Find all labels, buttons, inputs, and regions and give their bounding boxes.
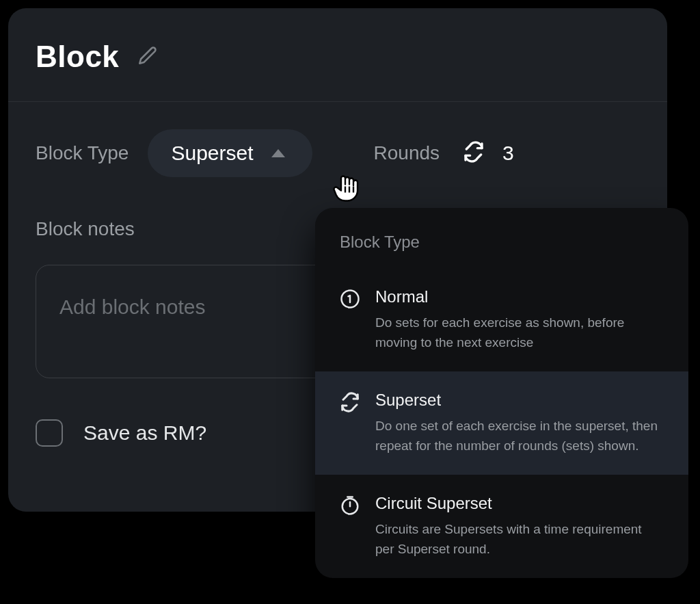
caret-up-icon <box>271 149 285 157</box>
block-type-value: Superset <box>171 142 253 165</box>
rounds-value[interactable]: 3 <box>502 142 514 165</box>
block-type-label: Block Type <box>36 142 129 164</box>
option-normal[interactable]: Normal Do sets for each exercise as show… <box>315 268 688 371</box>
option-title: Circuit Superset <box>375 494 664 513</box>
block-type-popover: Block Type Normal Do sets for each exerc… <box>315 208 688 578</box>
option-desc: Circuits are Supersets with a time requi… <box>375 520 664 559</box>
block-type-select[interactable]: Superset <box>148 129 312 177</box>
option-circuit-superset[interactable]: Circuit Superset Circuits are Supersets … <box>315 475 688 578</box>
option-superset[interactable]: Superset Do one set of each exercise in … <box>315 371 688 475</box>
timer-icon <box>340 495 360 518</box>
option-title: Normal <box>375 287 664 306</box>
pencil-icon[interactable] <box>138 46 157 68</box>
popover-header: Block Type <box>315 208 688 268</box>
rounds-label: Rounds <box>374 142 440 164</box>
repeat-icon <box>340 392 360 415</box>
block-title: Block <box>36 40 119 74</box>
block-type-row: Block Type Superset Rounds 3 <box>8 102 667 177</box>
option-title: Superset <box>375 391 664 410</box>
card-header: Block <box>8 8 667 102</box>
number-one-icon <box>340 289 360 312</box>
repeat-icon[interactable] <box>463 141 485 166</box>
save-label: Save as RM? <box>83 421 206 445</box>
option-desc: Do sets for each exercise as shown, befo… <box>375 313 664 352</box>
notes-placeholder: Add block notes <box>59 296 205 318</box>
rounds-group: Rounds 3 <box>374 141 514 166</box>
option-desc: Do one set of each exercise in the super… <box>375 417 664 456</box>
save-checkbox[interactable] <box>36 419 63 447</box>
